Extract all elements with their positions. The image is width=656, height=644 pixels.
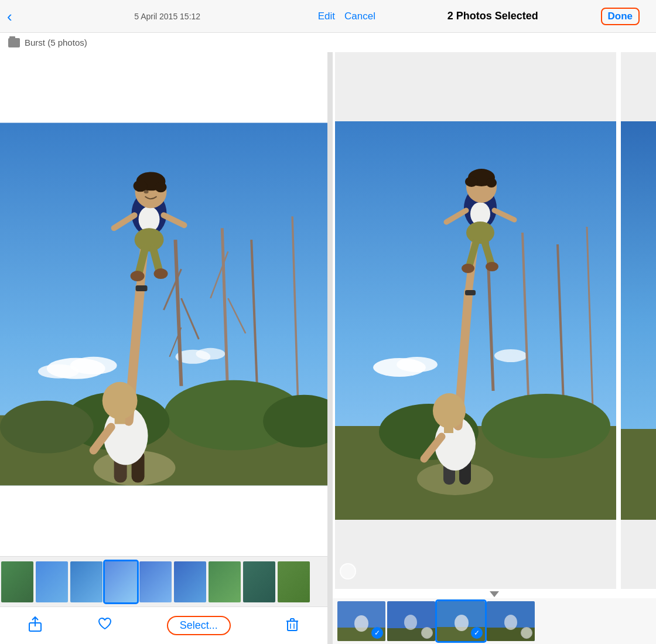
thumbnail-5[interactable] <box>139 561 172 602</box>
svg-point-72 <box>433 393 466 428</box>
thumbnail-1[interactable] <box>1 561 33 602</box>
down-triangle <box>490 591 499 597</box>
thumbnail-8[interactable] <box>243 561 275 602</box>
main-photo <box>0 52 327 556</box>
svg-point-5 <box>196 348 225 360</box>
svg-point-125 <box>354 615 368 632</box>
svg-point-43 <box>144 190 149 193</box>
edit-button[interactable]: Edit <box>318 11 335 22</box>
favorite-button[interactable] <box>97 616 113 636</box>
thumbnail-6[interactable] <box>174 561 206 602</box>
svg-point-36 <box>154 268 168 279</box>
svg-point-134 <box>504 615 517 630</box>
svg-point-32 <box>135 228 164 251</box>
thumbnail-strip-left[interactable] <box>0 556 327 606</box>
svg-point-86 <box>486 178 497 188</box>
trash-button[interactable] <box>284 616 300 636</box>
right-thumbnail-2[interactable] <box>387 601 435 641</box>
unselected-badge-1 <box>340 563 356 580</box>
svg-point-62 <box>481 394 610 458</box>
svg-rect-73 <box>444 425 453 433</box>
right-photo-1[interactable] <box>335 52 616 589</box>
right-photo-1-image <box>335 52 616 589</box>
main-photo-area <box>0 52 327 556</box>
svg-point-42 <box>155 182 167 192</box>
svg-rect-29 <box>115 415 125 424</box>
date-time-label: 5 April 2015 15:12 <box>17 12 318 21</box>
back-button[interactable]: ‹ <box>7 9 12 24</box>
thumbnail-2[interactable] <box>36 561 68 602</box>
burst-icon <box>8 38 20 47</box>
thumbnail-4-selected[interactable] <box>105 561 137 602</box>
thumbnail-7[interactable] <box>209 561 241 602</box>
svg-rect-91 <box>621 429 656 520</box>
svg-point-3 <box>38 364 79 379</box>
svg-point-131 <box>455 615 469 631</box>
right-thumb-nocheck-4 <box>521 627 532 639</box>
select-button[interactable]: Select... <box>167 616 231 635</box>
right-thumbnail-3-selected[interactable]: ✓ <box>437 601 485 641</box>
svg-rect-70 <box>465 290 476 295</box>
svg-rect-26 <box>136 285 148 291</box>
svg-point-76 <box>466 222 494 244</box>
photos-selected-label: 2 Photos Selected <box>385 10 601 22</box>
svg-point-28 <box>102 382 138 420</box>
right-photo-2-image <box>621 52 656 589</box>
right-pane: ✓ ✓ <box>333 52 656 644</box>
cancel-button[interactable]: Cancel <box>344 11 375 22</box>
svg-point-79 <box>462 264 474 273</box>
done-button[interactable]: Done <box>601 8 640 25</box>
svg-point-56 <box>494 349 527 362</box>
right-thumbnail-4[interactable] <box>487 601 535 641</box>
right-thumb-strip[interactable]: ✓ ✓ <box>333 598 656 644</box>
right-header: Cancel 2 Photos Selected Done <box>335 8 649 25</box>
svg-rect-46 <box>288 621 297 631</box>
top-bar: ‹ 5 April 2015 15:12 Edit Cancel 2 Photo… <box>0 0 656 33</box>
right-bottom: ✓ ✓ <box>333 589 656 644</box>
svg-point-85 <box>465 176 478 187</box>
svg-point-18 <box>0 401 94 454</box>
triangle-row <box>333 589 656 598</box>
thumbnail-3[interactable] <box>70 561 102 602</box>
share-button[interactable] <box>27 616 43 636</box>
right-thumb-nocheck-2 <box>421 627 433 639</box>
svg-point-35 <box>131 271 145 281</box>
svg-point-41 <box>134 180 148 192</box>
thumbnail-9[interactable] <box>278 561 310 602</box>
bottom-toolbar: Select... <box>0 606 327 644</box>
pane-separator <box>328 52 333 644</box>
right-thumb-check-3: ✓ <box>471 627 483 639</box>
burst-text: Burst (5 photos) <box>25 38 87 47</box>
svg-point-128 <box>404 615 417 630</box>
left-header: ‹ 5 April 2015 15:12 Edit <box>7 9 335 24</box>
right-photo-2[interactable]: ✓ <box>621 52 656 589</box>
main-content: Select... <box>0 52 656 644</box>
svg-point-55 <box>397 357 438 372</box>
right-photos-scroll[interactable]: ✓ <box>333 52 656 589</box>
right-thumb-check-1: ✓ <box>371 627 383 639</box>
svg-point-80 <box>486 262 498 271</box>
right-thumbnail-1[interactable]: ✓ <box>337 601 385 641</box>
burst-label: Burst (5 photos) <box>0 33 328 52</box>
left-pane: Select... <box>0 52 328 644</box>
